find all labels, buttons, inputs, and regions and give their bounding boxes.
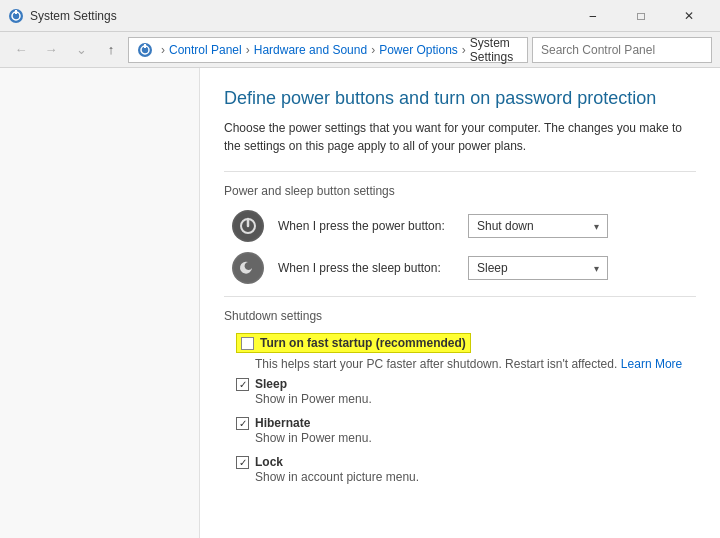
page-description: Choose the power settings that you want … <box>224 119 696 155</box>
fast-startup-checkbox[interactable] <box>241 337 254 350</box>
title-bar-controls: ‒ □ ✕ <box>570 0 712 32</box>
lock-checkbox-row: ✓ Lock Show in account picture menu. <box>224 455 696 484</box>
breadcrumb-hardware-sound[interactable]: Hardware and Sound <box>254 43 367 57</box>
power-sleep-section-label: Power and sleep button settings <box>224 184 696 198</box>
breadcrumb-current: System Settings <box>470 36 519 64</box>
back-button[interactable]: ← <box>8 37 34 63</box>
main-container: Define power buttons and turn on passwor… <box>0 68 720 538</box>
divider-1 <box>224 171 696 172</box>
title-bar-text: System Settings <box>30 9 117 23</box>
fast-startup-label: Turn on fast startup (recommended) <box>260 336 466 350</box>
hibernate-option-desc: Show in Power menu. <box>255 431 372 445</box>
sleep-label-group: Sleep Show in Power menu. <box>255 377 372 406</box>
power-icon <box>232 210 264 242</box>
minimize-button[interactable]: ‒ <box>570 0 616 32</box>
sleep-button-row: When I press the sleep button: Sleep ▾ <box>224 252 696 284</box>
breadcrumb-control-panel[interactable]: Control Panel <box>169 43 242 57</box>
sleep-dropdown-arrow-icon: ▾ <box>594 263 599 274</box>
sleep-checkbox-row: ✓ Sleep Show in Power menu. <box>224 377 696 406</box>
lock-option-desc: Show in account picture menu. <box>255 470 419 484</box>
hibernate-option-label: Hibernate <box>255 416 372 430</box>
search-input[interactable] <box>532 37 712 63</box>
sleep-button-label: When I press the sleep button: <box>278 261 458 275</box>
sleep-option-desc: Show in Power menu. <box>255 392 372 406</box>
lock-checkbox[interactable]: ✓ <box>236 456 249 469</box>
forward-button[interactable]: → <box>38 37 64 63</box>
hibernate-checkbox-wrapper: ✓ <box>236 417 255 430</box>
lock-label-group: Lock Show in account picture menu. <box>255 455 419 484</box>
title-bar: System Settings ‒ □ ✕ <box>0 0 720 32</box>
power-button-label: When I press the power button: <box>278 219 458 233</box>
shutdown-section-label: Shutdown settings <box>224 309 696 323</box>
dropdown-arrow-button[interactable]: ⌄ <box>68 37 94 63</box>
sleep-icon <box>232 252 264 284</box>
shutdown-section: Shutdown settings Turn on fast startup (… <box>224 309 696 484</box>
sleep-dropdown[interactable]: Sleep ▾ <box>468 256 608 280</box>
divider-2 <box>224 296 696 297</box>
lock-checkbox-wrapper: ✓ <box>236 456 255 469</box>
power-dropdown-value: Shut down <box>477 219 534 233</box>
sleep-option-label: Sleep <box>255 377 372 391</box>
breadcrumb-icon <box>137 42 153 58</box>
power-dropdown-arrow-icon: ▾ <box>594 221 599 232</box>
hibernate-label-group: Hibernate Show in Power menu. <box>255 416 372 445</box>
learn-more-link[interactable]: Learn More <box>621 357 682 371</box>
page-title: Define power buttons and turn on passwor… <box>224 88 696 109</box>
maximize-button[interactable]: □ <box>618 0 664 32</box>
sleep-checkbox-wrapper: ✓ <box>236 378 255 391</box>
svg-rect-5 <box>144 44 146 48</box>
hibernate-checkbox[interactable]: ✓ <box>236 417 249 430</box>
content-area: Define power buttons and turn on passwor… <box>200 68 720 538</box>
sidebar <box>0 68 200 538</box>
sleep-dropdown-value: Sleep <box>477 261 508 275</box>
breadcrumb-power-options[interactable]: Power Options <box>379 43 458 57</box>
close-button[interactable]: ✕ <box>666 0 712 32</box>
app-icon <box>8 8 24 24</box>
breadcrumb: › Control Panel › Hardware and Sound › P… <box>128 37 528 63</box>
up-button[interactable]: ↑ <box>98 37 124 63</box>
fast-startup-row: Turn on fast startup (recommended) This … <box>224 333 696 371</box>
svg-rect-2 <box>15 10 17 14</box>
sleep-checkbox[interactable]: ✓ <box>236 378 249 391</box>
fast-startup-desc: This helps start your PC faster after sh… <box>255 357 617 371</box>
hibernate-checkbox-row: ✓ Hibernate Show in Power menu. <box>224 416 696 445</box>
nav-bar: ← → ⌄ ↑ › Control Panel › Hardware and S… <box>0 32 720 68</box>
power-dropdown[interactable]: Shut down ▾ <box>468 214 608 238</box>
lock-option-label: Lock <box>255 455 419 469</box>
power-button-row: When I press the power button: Shut down… <box>224 210 696 242</box>
